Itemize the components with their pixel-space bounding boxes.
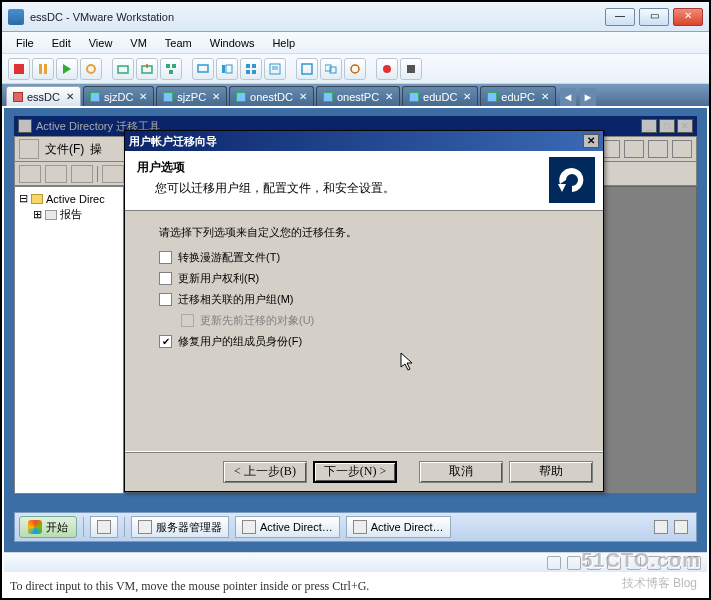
menu-vm[interactable]: VM	[122, 35, 155, 51]
server-manager-icon	[138, 520, 152, 534]
ad-help-button[interactable]	[102, 165, 124, 183]
checkbox-roaming[interactable]	[159, 251, 172, 264]
tray-icon-2[interactable]	[674, 520, 688, 534]
tab-close-icon[interactable]: ✕	[139, 91, 147, 102]
wizard-title: 用户帐户迁移向导	[129, 134, 217, 149]
option-roaming-profile[interactable]: 转换漫游配置文件(T)	[159, 250, 569, 265]
menu-view[interactable]: View	[81, 35, 121, 51]
next-button[interactable]: 下一步(N) >	[313, 461, 397, 483]
tab-close-icon[interactable]: ✕	[212, 91, 220, 102]
tab-sjzdc[interactable]: sjzDC✕	[83, 86, 154, 106]
pause-button[interactable]	[32, 58, 54, 80]
ad-back-button[interactable]	[19, 165, 41, 183]
menu-edit[interactable]: Edit	[44, 35, 79, 51]
svg-rect-20	[302, 64, 312, 74]
svg-rect-2	[44, 64, 47, 74]
svg-rect-5	[118, 66, 128, 73]
ad-nav-buttons	[600, 140, 692, 158]
tray-icon-1[interactable]	[654, 520, 668, 534]
quick-switch-button[interactable]	[320, 58, 342, 80]
tab-close-icon[interactable]: ✕	[463, 91, 471, 102]
ad-icon	[353, 520, 367, 534]
minimize-button[interactable]: —	[605, 8, 635, 26]
svg-marker-26	[558, 184, 566, 192]
replay-record-button[interactable]	[376, 58, 398, 80]
tab-scroll-right[interactable]: ►	[580, 88, 596, 106]
ad-app-icon	[18, 119, 32, 133]
wizard-close-button[interactable]: ✕	[583, 134, 599, 148]
tab-essdc[interactable]: essDC✕	[6, 86, 81, 106]
expand-icon[interactable]: ⊞	[33, 208, 42, 221]
tree-report[interactable]: ⊞ 报告	[33, 206, 119, 223]
maximize-button[interactable]: ▭	[639, 8, 669, 26]
tab-close-icon[interactable]: ✕	[385, 91, 393, 102]
ad-tree[interactable]: ⊟ Active Direc ⊞ 报告	[14, 186, 124, 494]
wizard-intro: 请选择下列选项来自定义您的迁移任务。	[159, 225, 569, 240]
task-ad-2[interactable]: Active Direct…	[346, 516, 451, 538]
tab-icon	[236, 92, 246, 102]
unity-button[interactable]	[344, 58, 366, 80]
cancel-button[interactable]: 取消	[419, 461, 503, 483]
ad-tool-icon[interactable]	[19, 139, 39, 159]
tab-onestpc[interactable]: onestPC✕	[316, 86, 400, 106]
option-fix-membership[interactable]: 修复用户的组成员身份(F)	[159, 334, 569, 349]
tab-scroll-left[interactable]: ◄	[560, 88, 576, 106]
help-button[interactable]: 帮助	[509, 461, 593, 483]
tab-close-icon[interactable]: ✕	[299, 91, 307, 102]
play-button[interactable]	[56, 58, 78, 80]
option-update-rights[interactable]: 更新用户权利(R)	[159, 271, 569, 286]
menu-file[interactable]: File	[8, 35, 42, 51]
checkbox-membership[interactable]	[159, 335, 172, 348]
folder-icon	[31, 194, 43, 204]
replay-stop-button[interactable]	[400, 58, 422, 80]
start-button[interactable]: 开始	[19, 516, 77, 538]
ad-minimize-button[interactable]: _	[641, 119, 657, 133]
tab-label: essDC	[27, 91, 60, 103]
device-hdd-icon[interactable]	[547, 556, 561, 570]
task-ad-1[interactable]: Active Direct…	[235, 516, 340, 538]
ad-forward-button[interactable]	[45, 165, 67, 183]
checkbox-groups[interactable]	[159, 293, 172, 306]
snapshot-button[interactable]	[112, 58, 134, 80]
ad-up-button[interactable]	[71, 165, 93, 183]
wizard-logo-icon	[549, 157, 595, 203]
reset-button[interactable]	[80, 58, 102, 80]
tab-sjzpc[interactable]: sjzPC✕	[156, 86, 227, 106]
tab-close-icon[interactable]: ✕	[541, 91, 549, 102]
tree-root[interactable]: ⊟ Active Direc	[19, 191, 119, 206]
ad-close-button[interactable]: ✕	[677, 119, 693, 133]
snapshot-revert-button[interactable]	[136, 58, 158, 80]
sidebar-toggle-button[interactable]	[216, 58, 238, 80]
menu-help[interactable]: Help	[264, 35, 303, 51]
option-migrate-groups[interactable]: 迁移相关联的用户组(M)	[159, 292, 569, 307]
close-button[interactable]: ✕	[673, 8, 703, 26]
wizard-titlebar[interactable]: 用户帐户迁移向导 ✕	[125, 131, 603, 151]
checkbox-rights[interactable]	[159, 272, 172, 285]
menu-team[interactable]: Team	[157, 35, 200, 51]
ad-nav-stop[interactable]	[648, 140, 668, 158]
summary-button[interactable]	[264, 58, 286, 80]
expand-icon[interactable]: ⊟	[19, 192, 28, 205]
menu-windows[interactable]: Windows	[202, 35, 263, 51]
tabstrip: essDC✕ sjzDC✕ sjzPC✕ onestDC✕ onestPC✕ e…	[2, 84, 709, 106]
tab-edudc[interactable]: eduDC✕	[402, 86, 478, 106]
stop-button[interactable]	[8, 58, 30, 80]
show-console-button[interactable]	[192, 58, 214, 80]
guest-display[interactable]: Active Directory 迁移工具 _ □ ✕ 文件(F) 操	[4, 108, 707, 552]
tab-close-icon[interactable]: ✕	[66, 91, 74, 102]
ad-nav-fwd[interactable]	[624, 140, 644, 158]
tab-onestdc[interactable]: onestDC✕	[229, 86, 314, 106]
back-button[interactable]: < 上一步(B)	[223, 461, 307, 483]
quicklaunch-desktop[interactable]	[90, 516, 118, 538]
device-cd-icon[interactable]	[567, 556, 581, 570]
ad-menu-file[interactable]: 文件(F)	[45, 141, 84, 158]
fullscreen-button[interactable]	[296, 58, 318, 80]
tab-edupc[interactable]: eduPC✕	[480, 86, 556, 106]
wizard-header: 用户选项 您可以迁移用户组，配置文件，和安全设置。	[125, 151, 603, 211]
thumbnail-button[interactable]	[240, 58, 262, 80]
ad-maximize-button[interactable]: □	[659, 119, 675, 133]
task-server-manager[interactable]: 服务器管理器	[131, 516, 229, 538]
ad-nav-home[interactable]	[672, 140, 692, 158]
snapshot-manager-button[interactable]	[160, 58, 182, 80]
ad-menu-action[interactable]: 操	[90, 141, 102, 158]
